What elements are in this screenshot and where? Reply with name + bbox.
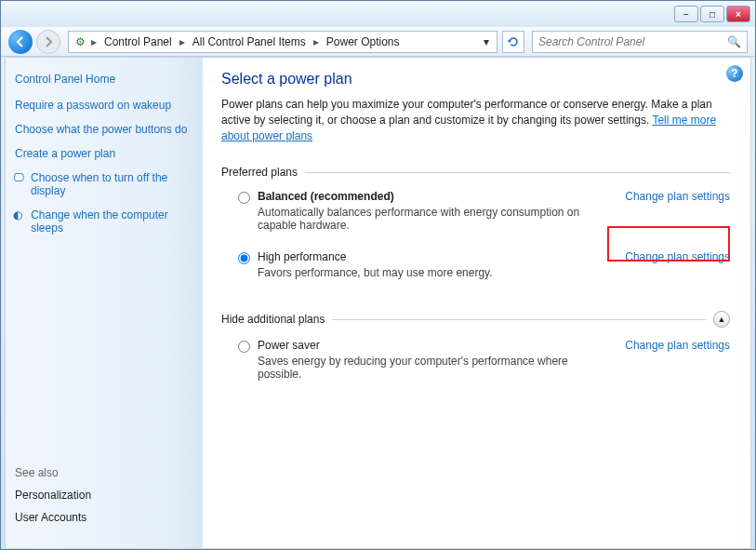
chevron-right-icon: ▸ [313, 35, 319, 48]
plan-name: High performance [258, 250, 610, 263]
sidebar-link-buttons[interactable]: Choose what the power buttons do [15, 123, 193, 136]
plan-power-saver: Power saver Saves energy by reducing you… [238, 339, 730, 394]
change-settings-balanced[interactable]: Change plan settings [625, 190, 730, 203]
titlebar: − □ × [1, 1, 755, 27]
search-input[interactable] [538, 35, 727, 48]
monitor-icon: 🖵 [13, 171, 25, 197]
radio-high-performance[interactable] [238, 252, 250, 264]
see-also-personalization[interactable]: Personalization [15, 489, 193, 502]
chevron-right-icon: ▸ [91, 35, 97, 48]
plan-name: Balanced (recommended) [258, 190, 610, 203]
plan-balanced: Balanced (recommended) Automatically bal… [238, 190, 730, 245]
sidebar-link-create-plan[interactable]: Create a power plan [15, 147, 193, 160]
sidebar-link-password[interactable]: Require a password on wakeup [15, 99, 193, 112]
plan-high-performance: High performance Favors performance, but… [238, 250, 730, 292]
plan-name: Power saver [258, 339, 610, 352]
content: Control Panel Home Require a password on… [5, 57, 751, 549]
change-settings-saver[interactable]: Change plan settings [625, 339, 730, 352]
sidebar-link-sleep[interactable]: ◐ Change when the computer sleeps [13, 208, 193, 235]
maximize-button[interactable]: □ [700, 6, 724, 22]
breadcrumb-part[interactable]: Control Panel [100, 34, 176, 50]
collapse-button[interactable]: ▲ [713, 311, 730, 328]
control-panel-icon: ⚙ [73, 34, 87, 49]
see-also-user-accounts[interactable]: User Accounts [15, 511, 193, 524]
back-button[interactable] [8, 30, 33, 54]
window: − □ × ⚙ ▸ Control Panel ▸ All Control Pa… [0, 0, 756, 550]
breadcrumb[interactable]: ⚙ ▸ Control Panel ▸ All Control Panel It… [68, 31, 497, 53]
page-description: Power plans can help you maximize your c… [221, 97, 730, 143]
minimize-button[interactable]: − [674, 6, 698, 22]
refresh-button[interactable] [502, 31, 524, 53]
forward-arrow-icon [42, 35, 55, 48]
moon-icon: ◐ [13, 208, 25, 235]
plan-desc: Saves energy by reducing your computer's… [258, 355, 610, 381]
breadcrumb-part[interactable]: Power Options [323, 34, 404, 50]
section-preferred-plans: Preferred plans [221, 166, 730, 179]
search-icon: 🔍 [727, 35, 741, 48]
chevron-right-icon: ▸ [179, 35, 185, 48]
sidebar-link-display-off[interactable]: 🖵 Choose when to turn off the display [13, 171, 193, 197]
main-panel: ? Select a power plan Power plans can he… [203, 58, 750, 548]
radio-balanced[interactable] [238, 192, 250, 204]
close-button[interactable]: × [726, 6, 750, 22]
breadcrumb-dropdown[interactable]: ▾ [480, 35, 493, 48]
forward-button[interactable] [36, 30, 60, 54]
plan-desc: Automatically balances performance with … [258, 206, 610, 232]
see-also-label: See also [15, 466, 193, 479]
plan-desc: Favors performance, but may use more ene… [258, 266, 610, 279]
sidebar-home-link[interactable]: Control Panel Home [15, 73, 193, 86]
toolbar: ⚙ ▸ Control Panel ▸ All Control Panel It… [1, 27, 755, 57]
page-title: Select a power plan [221, 71, 730, 87]
breadcrumb-part[interactable]: All Control Panel Items [189, 34, 310, 50]
help-icon[interactable]: ? [726, 65, 743, 82]
chevron-up-icon: ▲ [718, 315, 726, 324]
back-arrow-icon [14, 35, 27, 48]
refresh-icon [507, 35, 520, 48]
sidebar: Control Panel Home Require a password on… [6, 58, 203, 548]
radio-power-saver[interactable] [238, 341, 250, 353]
section-hide-plans[interactable]: Hide additional plans ▲ [221, 311, 730, 328]
change-settings-high[interactable]: Change plan settings [625, 250, 730, 263]
search-box[interactable]: 🔍 [532, 31, 748, 53]
